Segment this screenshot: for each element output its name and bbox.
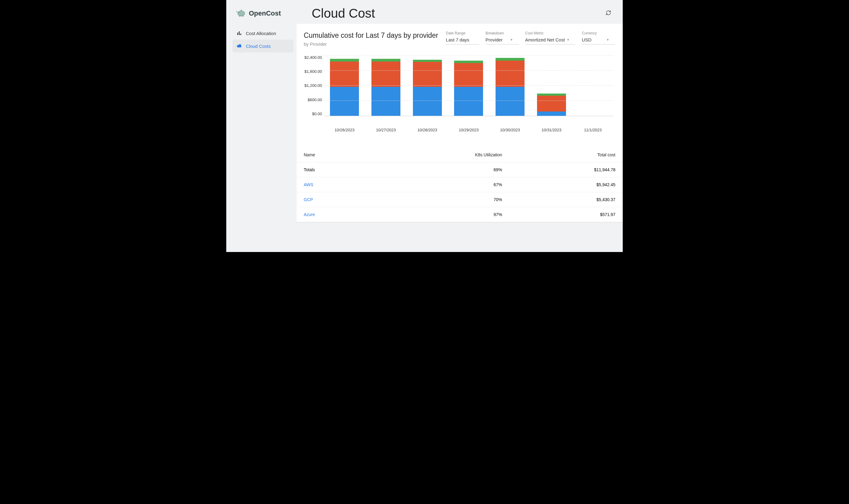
chevron-down-icon: ▼ [606,38,609,41]
table-row: AWS67%$5,942.45 [296,177,623,192]
currency-select[interactable]: USD ▼ [582,36,616,44]
chevron-down-icon: ▼ [510,38,513,41]
bar-segment [413,87,442,116]
x-tick: 10/29/2023 [454,128,483,132]
select-value: USD [582,37,592,42]
bar-segment [496,87,524,116]
col-total: Total cost [509,147,623,162]
y-tick: $1,200.00 [304,83,322,88]
cell-total: $11,944.78 [509,162,623,177]
y-tick: $2,400.00 [304,55,322,60]
cell-name[interactable]: Azure [296,207,379,222]
chart-area: $2,400.00$1,800.00$1,200.00$600.00$0.00 … [296,49,623,135]
cost-metric-select[interactable]: Amortized Net Cost ▼ [525,36,576,44]
svg-rect-4 [241,10,242,11]
cell-total: $571.97 [509,207,623,222]
cloud-icon [237,43,242,49]
svg-rect-9 [239,31,240,35]
date-range-select[interactable]: Last 7 days [446,36,480,44]
card-header: Cumulative cost for Last 7 days by provi… [296,24,623,49]
x-tick: 10/31/2023 [537,128,566,132]
bar-segment [330,61,359,87]
bar-segment [454,61,483,63]
page-title: Cloud Cost [312,6,590,21]
table-row: GCP70%$5,430.37 [296,192,623,207]
bar-column [537,93,566,116]
y-tick: $1,800.00 [304,69,322,74]
cell-utilization: 69% [379,162,509,177]
grid-line [324,55,613,55]
x-tick: 10/26/2023 [330,128,359,132]
table-row: Totals69%$11,944.78 [296,162,623,177]
bar-chart-icon [237,31,242,36]
brand-name: OpenCost [249,10,281,17]
y-tick: $600.00 [308,97,322,102]
svg-rect-8 [237,33,238,35]
header: OpenCost Cloud Cost [226,0,623,24]
bar-segment [454,63,483,87]
bar-column [413,60,442,116]
chart-plot [324,55,613,116]
cell-name: Totals [296,162,379,177]
cell-name[interactable]: AWS [296,177,379,192]
chart-subtitle: by Provider [304,41,438,47]
body-layout: Cost Allocation Cloud Costs Cumulative c… [226,24,623,222]
col-name: Name [296,147,379,162]
bar-column [371,59,400,116]
sidebar: Cost Allocation Cloud Costs [226,24,296,222]
svg-rect-6 [239,16,240,16]
bar-segment [330,87,359,116]
bar-segment [454,87,483,116]
filter-label-cost-metric: Cost Metric [525,31,576,35]
select-value: Provider [485,37,503,42]
x-tick: 11/1/2023 [578,128,607,132]
bar-segment [371,87,400,116]
bar-segment [413,60,442,62]
cell-utilization: 97% [379,207,509,222]
filter-label-breakdown: Breakdown [485,31,519,35]
x-tick: 10/30/2023 [496,128,524,132]
sidebar-item-cost-allocation[interactable]: Cost Allocation [232,27,293,40]
svg-point-5 [239,12,239,13]
breakdown-select[interactable]: Provider ▼ [485,36,519,44]
cell-name[interactable]: GCP [296,192,379,207]
svg-point-1 [238,11,245,16]
col-utilization: K8s Utilization [379,147,509,162]
filter-label-currency: Currency [582,31,616,35]
sidebar-item-label: Cost Allocation [246,31,276,36]
select-value: Amortized Net Cost [525,37,565,42]
bar-column [454,61,483,116]
sidebar-item-cloud-costs[interactable]: Cloud Costs [232,40,293,52]
select-value: Last 7 days [446,37,469,42]
bar-segment [496,58,524,61]
cell-utilization: 67% [379,177,509,192]
main-card: Cumulative cost for Last 7 days by provi… [296,24,623,222]
cell-utilization: 70% [379,192,509,207]
bar-segment [537,111,566,116]
bar-segment [330,59,359,61]
bar-segment [413,62,442,87]
chart-title: Cumulative cost for Last 7 days by provi… [304,31,438,40]
piggy-bank-icon [236,7,246,19]
bar-segment [371,61,400,87]
filter-label-date-range: Date Range [446,31,480,35]
grid-line [324,85,613,86]
svg-point-3 [241,9,242,11]
x-axis: 10/26/202310/27/202310/28/202310/29/2023… [324,125,613,132]
sidebar-item-label: Cloud Costs [246,43,271,49]
filter-bar: Date Range Last 7 days Breakdown Provide… [446,31,616,44]
app-root: OpenCost Cloud Cost [226,0,623,252]
bar-column [330,59,359,116]
bar-segment [537,93,566,96]
brand-logo: OpenCost [236,7,296,19]
svg-rect-7 [242,16,243,16]
bar-column [496,58,524,116]
table-row: Azure97%$571.97 [296,207,623,222]
cell-total: $5,942.45 [509,177,623,192]
svg-rect-10 [240,34,241,35]
refresh-button[interactable] [606,10,611,17]
cell-total: $5,430.37 [509,192,623,207]
bar-segment [537,96,566,111]
x-tick: 10/28/2023 [413,128,442,132]
table-header-row: Name K8s Utilization Total cost [296,147,623,162]
